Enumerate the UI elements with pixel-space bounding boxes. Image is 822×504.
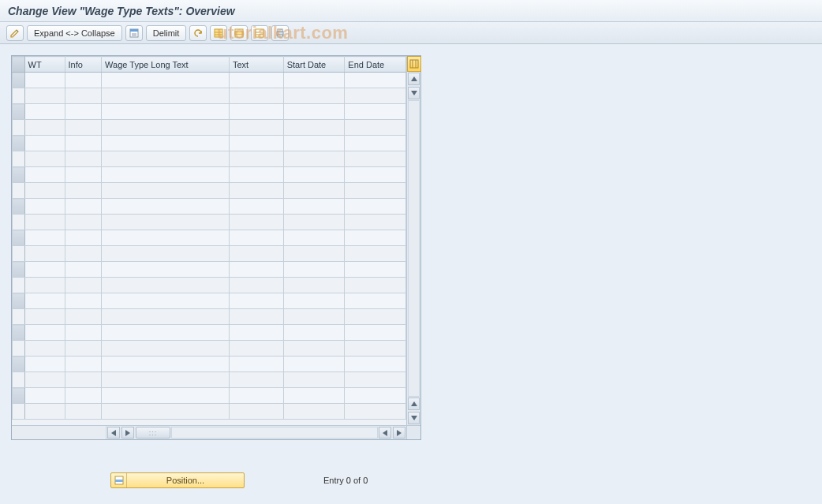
cell-long[interactable] (102, 404, 230, 420)
cell-start-date[interactable] (283, 262, 345, 278)
horizontal-scrollbar[interactable]: ::: (12, 425, 420, 439)
cell-start-date[interactable] (283, 183, 345, 199)
table-row[interactable] (13, 199, 406, 215)
cell-info[interactable] (65, 183, 102, 199)
cell-text[interactable] (229, 88, 283, 104)
row-selector[interactable] (13, 372, 25, 388)
table-row[interactable] (13, 341, 406, 357)
cell-text[interactable] (229, 215, 283, 230)
row-selector[interactable] (13, 230, 25, 246)
cell-wt[interactable] (24, 199, 65, 215)
cell-wt[interactable] (24, 136, 65, 151)
table-row[interactable] (13, 120, 406, 136)
position-button[interactable]: Position... (110, 472, 245, 488)
cell-info[interactable] (65, 372, 102, 388)
cell-text[interactable] (229, 183, 283, 199)
table-row[interactable] (13, 357, 406, 372)
table-row[interactable] (13, 246, 406, 262)
cell-wt[interactable] (24, 325, 65, 341)
cell-wt[interactable] (24, 372, 65, 388)
cell-start-date[interactable] (283, 309, 345, 325)
table-row[interactable] (13, 230, 406, 246)
select-block-button[interactable] (230, 25, 248, 41)
scroll-thumb-horizontal[interactable]: ::: (136, 427, 170, 439)
cell-long[interactable] (102, 230, 230, 246)
cell-end-date[interactable] (345, 372, 406, 388)
cell-info[interactable] (65, 404, 102, 420)
cell-info[interactable] (65, 309, 102, 325)
cell-end-date[interactable] (345, 199, 406, 215)
cell-long[interactable] (102, 183, 230, 199)
cell-start-date[interactable] (283, 88, 345, 104)
grid-table[interactable]: WT Info Wage Type Long Text Text Start D… (12, 56, 406, 420)
cell-info[interactable] (65, 325, 102, 341)
scroll-page-up-button[interactable] (408, 87, 420, 99)
col-header-end-date[interactable]: End Date (345, 57, 406, 73)
row-selector[interactable] (13, 262, 25, 278)
cell-wt[interactable] (24, 388, 65, 404)
cell-text[interactable] (229, 120, 283, 136)
cell-end-date[interactable] (345, 215, 406, 230)
scroll-first-button[interactable] (107, 427, 120, 439)
cell-start-date[interactable] (283, 199, 345, 215)
cell-start-date[interactable] (283, 120, 345, 136)
cell-start-date[interactable] (283, 230, 345, 246)
cell-wt[interactable] (24, 404, 65, 420)
col-header-info[interactable]: Info (65, 57, 102, 73)
table-row[interactable] (13, 88, 406, 104)
col-header-start-date[interactable]: Start Date (283, 57, 345, 73)
row-selector[interactable] (13, 215, 25, 230)
table-row[interactable] (13, 136, 406, 151)
cell-long[interactable] (102, 73, 230, 88)
cell-info[interactable] (65, 136, 102, 151)
cell-start-date[interactable] (283, 215, 345, 230)
cell-info[interactable] (65, 388, 102, 404)
cell-end-date[interactable] (345, 404, 406, 420)
cell-start-date[interactable] (283, 357, 345, 372)
delimit-button[interactable]: Delimit (146, 25, 187, 41)
cell-info[interactable] (65, 278, 102, 293)
cell-info[interactable] (65, 73, 102, 88)
cell-end-date[interactable] (345, 88, 406, 104)
row-selector[interactable] (13, 309, 25, 325)
cell-text[interactable] (229, 167, 283, 183)
cell-long[interactable] (102, 372, 230, 388)
table-row[interactable] (13, 73, 406, 88)
cell-end-date[interactable] (345, 73, 406, 88)
row-selector[interactable] (13, 73, 25, 88)
cell-wt[interactable] (24, 215, 65, 230)
cell-long[interactable] (102, 120, 230, 136)
scroll-track-horizontal[interactable] (171, 427, 378, 439)
cell-end-date[interactable] (345, 309, 406, 325)
select-all-button[interactable] (210, 25, 227, 41)
scroll-page-down-button[interactable] (408, 398, 420, 410)
col-header-long[interactable]: Wage Type Long Text (102, 57, 230, 73)
cell-start-date[interactable] (283, 73, 345, 88)
row-selector[interactable] (13, 278, 25, 293)
scroll-up-button[interactable] (408, 73, 420, 85)
cell-info[interactable] (65, 230, 102, 246)
row-selector[interactable] (13, 151, 25, 167)
cell-text[interactable] (229, 278, 283, 293)
row-selector[interactable] (13, 167, 25, 183)
cell-wt[interactable] (24, 73, 65, 88)
cell-end-date[interactable] (345, 120, 406, 136)
cell-text[interactable] (229, 199, 283, 215)
cell-end-date[interactable] (345, 167, 406, 183)
cell-long[interactable] (102, 293, 230, 309)
row-selector[interactable] (13, 325, 25, 341)
cell-long[interactable] (102, 215, 230, 230)
cell-info[interactable] (65, 151, 102, 167)
cell-long[interactable] (102, 325, 230, 341)
cell-start-date[interactable] (283, 136, 345, 151)
cell-end-date[interactable] (345, 136, 406, 151)
cell-text[interactable] (229, 309, 283, 325)
scroll-last-button[interactable] (393, 427, 405, 439)
table-row[interactable] (13, 183, 406, 199)
cell-wt[interactable] (24, 183, 65, 199)
cell-wt[interactable] (24, 278, 65, 293)
cell-start-date[interactable] (283, 104, 345, 120)
cell-long[interactable] (102, 167, 230, 183)
cell-info[interactable] (65, 262, 102, 278)
cell-end-date[interactable] (345, 325, 406, 341)
